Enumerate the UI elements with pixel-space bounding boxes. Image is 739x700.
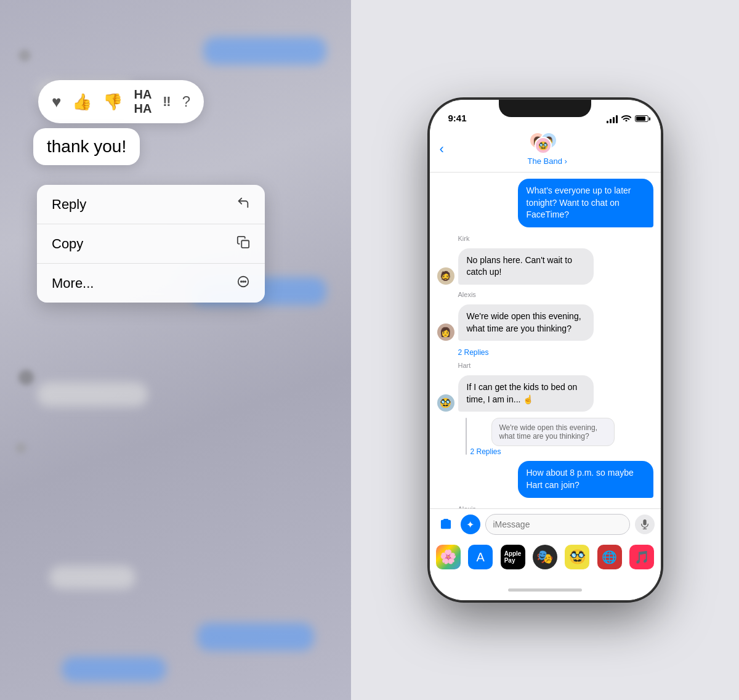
svg-point-3 [243,281,244,282]
sender-kirk: Kirk [458,235,653,242]
message-sent-2: How about 8 p.m. so maybe Hart can join? [437,461,653,497]
bg-bubble-1 [203,37,326,65]
question-reaction[interactable]: ? [182,93,190,110]
dot-3 [15,442,26,454]
applepay-app-icon[interactable]: ApplePay [501,545,525,569]
avatar-group: 👩 👨 🥸 [529,132,566,154]
message-sent-1: What's everyone up to later tonight? Wan… [437,179,653,227]
nav-header: ‹ 👩 👨 🥸 The Band › [430,127,661,173]
home-bar [508,588,582,592]
context-menu: Reply Copy More... [37,185,265,303]
messages-area: What's everyone up to later tonight? Wan… [430,173,661,508]
replies-link-2[interactable]: 2 Replies [470,447,615,456]
appstore-app-icon[interactable]: A [468,545,493,569]
thankyou-text: thank you! [47,137,126,156]
more-icon [236,275,250,291]
apps-button[interactable]: ✦ [461,515,480,534]
replies-link-1[interactable]: 2 Replies [458,348,653,357]
svg-rect-0 [241,240,249,248]
heart-reaction[interactable]: ♥ [52,92,61,112]
message-bubble: thank you! [33,128,140,165]
status-icons [607,114,648,123]
memoji-app-icon[interactable]: 🎭 [533,545,557,569]
bubble-received-kirk: No plans here. Can't wait to catch up! [458,248,594,285]
signal-bar-2 [610,119,612,123]
thread-line [466,418,467,455]
signal-bar-4 [616,115,618,123]
app-dock-row: 🌸 A ApplePay 🎭 🥸 🌐 🎵 [430,540,661,579]
message-input[interactable] [485,514,630,535]
reply-menu-item[interactable]: Reply [37,185,265,224]
battery-fill [636,116,645,121]
camera-button[interactable] [436,515,456,534]
svg-point-4 [244,281,246,282]
more-label: More... [52,275,94,291]
msg-text-1: What's everyone up to later tonight? Wan… [527,185,631,219]
signal-bar-3 [613,117,615,123]
reply-icon [236,196,250,213]
message-received-alexis: 👩 We're wide open this evening, what tim… [437,304,653,341]
audio-button[interactable] [635,515,655,534]
input-area: ✦ [430,508,661,540]
thread-container: We're wide open this evening, what time … [458,418,653,456]
thumbsdown-reaction[interactable]: 👎 [103,92,123,112]
sender-hart: Hart [458,362,653,369]
haha-reaction[interactable]: HAHA [134,88,151,116]
group-name[interactable]: The Band › [528,157,567,166]
avatar-hart: 🥸 [437,394,454,412]
dot-1 [18,49,31,62]
bg-bubble-6 [49,566,135,589]
message-received-hart: 🥸 If I can get the kids to bed on time, … [437,375,653,412]
msg-text-kirk: No plans here. Can't wait to catch up! [467,255,573,277]
thread-text: We're wide open this evening, what time … [499,423,598,441]
tapback-bar: ♥ 👍 👎 HAHA ‼ ? [38,80,204,123]
right-panel: 9:41 [351,0,739,700]
bg-bubble-4 [37,382,148,407]
group-info: 👩 👨 🥸 The Band › [444,132,651,166]
globe-app-icon[interactable]: 🌐 [597,545,622,569]
msg-text-sent2: How about 8 p.m. so maybe Hart can join? [527,468,634,490]
bubble-sent-1: What's everyone up to later tonight? Wan… [518,179,653,227]
copy-icon [236,235,250,252]
status-time: 9:41 [448,113,467,123]
exclamation-reaction[interactable]: ‼ [163,94,171,110]
avatar-kirk: 🧔 [437,267,454,285]
iphone-screen: 9:41 [430,100,661,600]
notch [499,100,591,117]
copy-menu-item[interactable]: Copy [37,224,265,264]
msg-text-alexis: We're wide open this evening, what time … [467,311,581,333]
more-menu-item[interactable]: More... [37,264,265,303]
home-indicator [430,579,661,600]
music-app-icon[interactable]: 🎵 [629,545,654,569]
left-panel: ♥ 👍 👎 HAHA ‼ ? thank you! Reply Copy [0,0,351,700]
thread-reply-bubble: We're wide open this evening, what time … [491,418,615,446]
thread-context: We're wide open this evening, what time … [470,418,615,456]
iphone-frame: 9:41 [430,100,661,600]
svg-point-2 [241,281,242,282]
input-row: ✦ [436,514,655,535]
wifi-icon [621,114,631,123]
battery-icon [635,115,648,122]
reply-label: Reply [52,197,86,213]
bubble-received-hart: If I can get the kids to bed on time, I … [458,375,594,412]
bubble-sent-2: How about 8 p.m. so maybe Hart can join? [518,461,653,497]
msg-text-hart: If I can get the kids to bed on time, I … [467,382,578,404]
bg-bubble-7 [62,657,166,682]
bg-bubble-5 [197,623,314,651]
signal-icon [607,115,618,123]
thumbsup-reaction[interactable]: 👍 [72,92,92,112]
avatar-3: 🥸 [535,137,552,154]
back-button[interactable]: ‹ [440,141,444,157]
dot-2 [18,370,34,385]
bubble-received-alexis: We're wide open this evening, what time … [458,304,594,341]
copy-label: Copy [52,236,83,252]
signal-bar-1 [607,121,608,123]
svg-rect-5 [643,519,646,525]
animoji-app-icon[interactable]: 🥸 [565,545,589,569]
photos-app-icon[interactable]: 🌸 [436,545,461,569]
sender-alexis: Alexis [458,291,653,298]
message-received-kirk: 🧔 No plans here. Can't wait to catch up! [437,248,653,285]
avatar-alexis: 👩 [437,324,454,341]
